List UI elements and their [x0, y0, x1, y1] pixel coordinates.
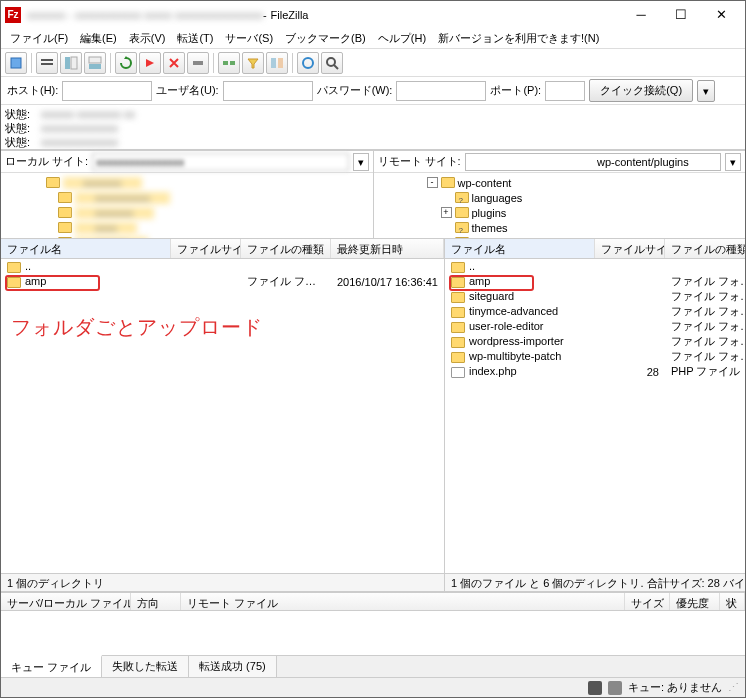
- firewall-icon[interactable]: [588, 681, 602, 695]
- folder-icon: [455, 237, 469, 238]
- file-row[interactable]: user-role-editorファイル フォルダー2016/10/14 15:…: [445, 319, 746, 334]
- menu-transfer[interactable]: 転送(T): [172, 29, 218, 48]
- folder-icon: [455, 192, 469, 203]
- quickconnect-dropdown[interactable]: ▾: [697, 80, 715, 102]
- folder-icon: [7, 262, 21, 273]
- tree-item[interactable]: upgrade: [376, 235, 744, 238]
- tree-item[interactable]: - wp-content: [376, 175, 744, 190]
- pass-input[interactable]: [396, 81, 486, 101]
- menu-server[interactable]: サーバ(S): [220, 29, 278, 48]
- quickconnect-bar: ホスト(H): ユーザ名(U): パスワード(W): ポート(P): クイック接…: [1, 77, 745, 105]
- qcol-prio[interactable]: 優先度: [670, 593, 720, 610]
- remote-tree[interactable]: - wp-content languages+ plugins themes u…: [374, 173, 746, 238]
- tb-sync[interactable]: [297, 52, 319, 74]
- lock-icon[interactable]: [608, 681, 622, 695]
- close-button[interactable]: ✕: [701, 1, 741, 29]
- cell-name: user-role-editor: [445, 320, 595, 333]
- remote-path-input[interactable]: [465, 153, 721, 171]
- local-file-list[interactable]: .. ampファイル フォルダー2016/10/17 16:36:41 フォルダ…: [1, 259, 444, 573]
- svg-rect-3: [65, 57, 70, 69]
- folder-icon: [455, 222, 469, 233]
- queue-status: キュー: ありません: [628, 680, 722, 695]
- file-row[interactable]: ampファイル フォルダー2016/10/18 21:04:16: [445, 274, 746, 289]
- parent-dir[interactable]: ..: [445, 259, 746, 274]
- col-size[interactable]: ファイルサイズ: [595, 239, 665, 258]
- app-icon: Fz: [5, 7, 21, 23]
- cell-type: ファイル フォルダー: [241, 274, 331, 289]
- cell-name: wp-multibyte-patch: [445, 350, 595, 363]
- file-row[interactable]: wp-multibyte-patchファイル フォルダー2016/10/17 1…: [445, 349, 746, 364]
- remote-path-dropdown[interactable]: ▾: [725, 153, 741, 171]
- file-row[interactable]: index.php28PHP ファイル2014/06/06 0:59:14: [445, 364, 746, 379]
- qcol-remote[interactable]: リモート ファイル: [181, 593, 625, 610]
- title-sep: -: [263, 9, 267, 21]
- qcol-size[interactable]: サイズ: [625, 593, 670, 610]
- col-type[interactable]: ファイルの種類: [665, 239, 746, 258]
- file-row[interactable]: wordpress-importerファイル フォルダー2016/10/17 9…: [445, 334, 746, 349]
- php-file-icon: [451, 367, 465, 378]
- log-label: 状態:: [5, 107, 35, 121]
- cell-type: ファイル フォルダー: [665, 274, 746, 289]
- menu-edit[interactable]: 編集(E): [75, 29, 122, 48]
- port-input[interactable]: [545, 81, 585, 101]
- tb-disconnect[interactable]: [187, 52, 209, 74]
- file-row[interactable]: tinymce-advancedファイル フォルダー2016/10/18 16:…: [445, 304, 746, 319]
- tb-filter[interactable]: [242, 52, 264, 74]
- host-input[interactable]: [62, 81, 152, 101]
- folder-icon: [451, 262, 465, 273]
- col-name[interactable]: ファイル名: [445, 239, 595, 258]
- col-name[interactable]: ファイル名: [1, 239, 171, 258]
- tb-reconnect[interactable]: [218, 52, 240, 74]
- menu-bookmarks[interactable]: ブックマーク(B): [280, 29, 371, 48]
- queue-columns: サーバ/ローカル ファイル 方向 リモート ファイル サイズ 優先度 状: [1, 591, 745, 611]
- user-input[interactable]: [223, 81, 313, 101]
- tree-item[interactable]: languages: [376, 190, 744, 205]
- col-size[interactable]: ファイルサイズ: [171, 239, 241, 258]
- remote-tree-pane: リモート サイト: ▾ - wp-content languages+ plug…: [374, 151, 746, 238]
- qcol-dir[interactable]: 方向: [131, 593, 181, 610]
- maximize-button[interactable]: ☐: [661, 1, 701, 29]
- parent-dir[interactable]: ..: [1, 259, 444, 274]
- tb-toggle-tree[interactable]: [60, 52, 82, 74]
- local-tree[interactable]: xxxxxxx xxxxxxxxxx xxxxxxx xxxx xxxxxx: [1, 173, 373, 238]
- minimize-button[interactable]: ─: [621, 1, 661, 29]
- local-path-input[interactable]: [92, 153, 348, 171]
- tb-toggle-log[interactable]: [36, 52, 58, 74]
- qcol-status[interactable]: 状: [720, 593, 745, 610]
- menu-help[interactable]: ヘルプ(H): [373, 29, 431, 48]
- menu-file[interactable]: ファイル(F): [5, 29, 73, 48]
- menu-upgrade[interactable]: 新バージョンを利用できます!(N): [433, 29, 604, 48]
- tree-expander[interactable]: +: [441, 207, 452, 218]
- local-file-pane: ファイル名 ファイルサイズ ファイルの種類 最終更新日時 .. ampファイル …: [1, 239, 445, 591]
- svg-rect-4: [71, 57, 77, 69]
- tb-refresh[interactable]: [115, 52, 137, 74]
- tb-toggle-queue[interactable]: [84, 52, 106, 74]
- tab-failed[interactable]: 失敗した転送: [102, 656, 189, 677]
- file-row[interactable]: siteguardファイル フォルダー2016/10/17 15:34:33: [445, 289, 746, 304]
- tree-item[interactable]: + plugins: [376, 205, 744, 220]
- tb-cancel[interactable]: [163, 52, 185, 74]
- cell-date: 2016/10/17 16:36:41: [331, 276, 444, 288]
- tab-success[interactable]: 転送成功 (75): [189, 656, 277, 677]
- tree-item[interactable]: themes: [376, 220, 744, 235]
- remote-file-list[interactable]: .. ampファイル フォルダー2016/10/18 21:04:16siteg…: [445, 259, 746, 573]
- folder-icon: [451, 322, 465, 333]
- user-label: ユーザ名(U):: [156, 83, 218, 98]
- tb-search[interactable]: [321, 52, 343, 74]
- qcol-server[interactable]: サーバ/ローカル ファイル: [1, 593, 131, 610]
- tb-process-queue[interactable]: [139, 52, 161, 74]
- cell-name: index.php: [445, 365, 595, 378]
- quickconnect-button[interactable]: クイック接続(Q): [589, 79, 693, 102]
- tree-expander[interactable]: -: [427, 177, 438, 188]
- local-path-dropdown[interactable]: ▾: [353, 153, 369, 171]
- col-date[interactable]: 最終更新日時: [331, 239, 444, 258]
- menu-view[interactable]: 表示(V): [124, 29, 171, 48]
- folder-icon: [451, 337, 465, 348]
- tab-queued[interactable]: キュー ファイル: [1, 655, 102, 677]
- col-type[interactable]: ファイルの種類: [241, 239, 331, 258]
- tb-site-manager[interactable]: [5, 52, 27, 74]
- annotation-text: フォルダごとアップロード: [11, 314, 263, 341]
- tb-compare[interactable]: [266, 52, 288, 74]
- file-row[interactable]: ampファイル フォルダー2016/10/17 16:36:41: [1, 274, 444, 289]
- queue-list[interactable]: [1, 611, 745, 655]
